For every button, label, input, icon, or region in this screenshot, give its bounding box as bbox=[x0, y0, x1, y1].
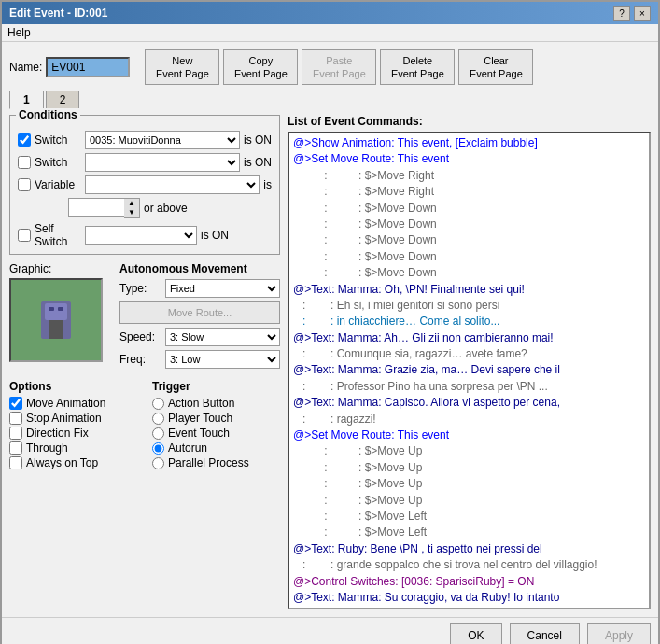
variable-checkbox[interactable] bbox=[18, 178, 31, 191]
switch2-checkbox[interactable] bbox=[18, 156, 31, 169]
apply-button[interactable]: Apply bbox=[587, 623, 651, 644]
direction-fix-checkbox[interactable] bbox=[9, 427, 22, 440]
option-move-animation: Move Animation bbox=[9, 397, 137, 410]
graphic-section: Graphic: Autonomous Movement bbox=[9, 262, 280, 372]
self-switch-checkbox[interactable] bbox=[18, 229, 31, 242]
event-touch-label: Event Touch bbox=[168, 427, 230, 440]
help-button[interactable]: ? bbox=[613, 6, 630, 21]
toolbar-buttons: NewEvent Page CopyEvent Page PasteEvent … bbox=[145, 49, 533, 85]
main-content: Name: NewEvent Page CopyEvent Page Paste… bbox=[2, 42, 658, 617]
delete-event-page-button[interactable]: DeleteEvent Page bbox=[380, 49, 455, 85]
ok-button[interactable]: OK bbox=[450, 623, 501, 644]
switch1-select[interactable]: 0035: MuovitiDonna bbox=[85, 131, 240, 149]
spin-down-button[interactable]: ▼ bbox=[124, 208, 139, 217]
spin-up-button[interactable]: ▲ bbox=[124, 199, 139, 208]
title-bar: Edit Event - ID:001 ? × bbox=[2, 2, 658, 24]
value-input[interactable] bbox=[68, 198, 124, 217]
list-item: : : $>Move Up bbox=[291, 476, 647, 492]
type-select[interactable]: Fixed bbox=[165, 279, 280, 298]
list-item: : : Professor Pino ha una sorpresa per \… bbox=[291, 379, 647, 395]
condition-row-3: Variable is bbox=[18, 175, 272, 194]
list-item: @>Control Switches: [0036: SparisciRuby]… bbox=[291, 574, 647, 590]
type-label: Type: bbox=[119, 282, 161, 295]
self-switch-select[interactable] bbox=[85, 226, 197, 245]
list-item: : : $>Move Down bbox=[291, 217, 647, 232]
autorun-radio[interactable] bbox=[152, 442, 164, 455]
switch2-is-on: is ON bbox=[244, 156, 272, 169]
self-switch-label: SelfSwitch bbox=[35, 222, 81, 248]
condition-row-4: SelfSwitch is ON bbox=[18, 222, 272, 248]
window-title: Edit Event - ID:001 bbox=[9, 7, 107, 20]
switch1-checkbox[interactable] bbox=[18, 133, 31, 147]
tab-2[interactable]: 2 bbox=[46, 91, 80, 109]
list-item: : : $>Move Down bbox=[291, 249, 647, 265]
trigger-player-touch: Player Touch bbox=[152, 412, 280, 425]
left-panel: Conditions Switch 0035: MuovitiDonna is … bbox=[9, 115, 280, 609]
switch2-select[interactable] bbox=[85, 153, 240, 172]
move-animation-checkbox[interactable] bbox=[9, 397, 22, 410]
list-item: @>Text: Ruby: Bene \PN , ti aspetto nei … bbox=[291, 541, 647, 557]
right-panel: List of Event Commands: @>Show Animation… bbox=[288, 115, 651, 609]
action-button-radio[interactable] bbox=[152, 398, 164, 410]
new-event-page-button[interactable]: NewEvent Page bbox=[145, 49, 219, 85]
action-button-label: Action Button bbox=[168, 397, 234, 410]
variable-select[interactable] bbox=[85, 175, 260, 194]
title-bar-buttons: ? × bbox=[613, 6, 651, 21]
cancel-button[interactable]: Cancel bbox=[510, 623, 580, 644]
trigger-group: Trigger Action Button Player Touch Event… bbox=[152, 380, 280, 471]
list-item: : : ragazzi! bbox=[291, 412, 647, 427]
freq-select[interactable]: 3: Low bbox=[165, 350, 280, 369]
event-touch-radio[interactable] bbox=[152, 427, 164, 440]
close-button[interactable]: × bbox=[634, 6, 651, 21]
variable-is: is bbox=[263, 178, 272, 191]
player-touch-radio[interactable] bbox=[152, 413, 164, 425]
or-above-label: or above bbox=[144, 202, 188, 215]
list-item: @>Text: Mamma: Ah… Gli zii non cambieran… bbox=[291, 330, 647, 346]
menu-bar: Help bbox=[2, 24, 658, 42]
condition-row-1: Switch 0035: MuovitiDonna is ON bbox=[18, 131, 272, 149]
copy-event-page-button[interactable]: CopyEvent Page bbox=[223, 49, 298, 85]
always-on-top-checkbox[interactable] bbox=[9, 456, 22, 469]
move-route-button[interactable]: Move Route... bbox=[119, 301, 280, 324]
name-input[interactable] bbox=[46, 57, 130, 77]
event-commands-box: List of Event Commands: @>Show Animation… bbox=[288, 115, 651, 609]
graphic-preview[interactable] bbox=[9, 278, 103, 362]
sprite-display bbox=[41, 301, 71, 339]
spinner-buttons: ▲ ▼ bbox=[124, 198, 140, 218]
stop-animation-label: Stop Animation bbox=[26, 412, 102, 425]
list-item: @>Text: Mamma: Oh, \PN! Finalmente sei q… bbox=[291, 282, 647, 298]
conditions-grid: Switch 0035: MuovitiDonna is ON Switch bbox=[18, 131, 272, 248]
parallel-process-label: Parallel Process bbox=[168, 456, 249, 469]
freq-label: Freq: bbox=[119, 353, 161, 366]
option-stop-animation: Stop Animation bbox=[9, 412, 137, 425]
middle-section: Conditions Switch 0035: MuovitiDonna is … bbox=[9, 115, 651, 609]
condition-row-2: Switch is ON bbox=[18, 153, 272, 172]
list-item: @>Show Animation: This event, [Exclaim b… bbox=[291, 135, 647, 151]
list-item: : : $>Move Down bbox=[291, 265, 647, 281]
autonomous-movement-group: Autonomous Movement Type: Fixed Move Rou… bbox=[119, 262, 280, 372]
list-item: @>Set Move Route: This event bbox=[291, 151, 647, 167]
event-command-list[interactable]: @>Show Animation: This event, [Exclaim b… bbox=[288, 132, 651, 609]
or-above-row: ▲ ▼ or above bbox=[68, 198, 272, 218]
list-item: : : $>Move Left bbox=[291, 509, 647, 525]
trigger-action-button: Action Button bbox=[152, 397, 280, 410]
event-commands-label: List of Event Commands: bbox=[288, 115, 651, 128]
freq-row: Freq: 3: Low bbox=[119, 350, 280, 369]
trigger-parallel-process: Parallel Process bbox=[152, 456, 280, 469]
speed-select[interactable]: 3: Slow bbox=[165, 328, 280, 346]
self-switch-is-on: is ON bbox=[201, 229, 229, 242]
tab-1[interactable]: 1 bbox=[9, 91, 44, 109]
trigger-event-touch: Event Touch bbox=[152, 427, 280, 440]
edit-event-window: Edit Event - ID:001 ? × Help Name: NewEv… bbox=[0, 0, 660, 644]
trigger-label: Trigger bbox=[152, 380, 280, 393]
through-checkbox[interactable] bbox=[9, 441, 22, 455]
paste-event-page-button[interactable]: PasteEvent Page bbox=[302, 49, 376, 85]
switch1-is-on: is ON bbox=[244, 133, 272, 147]
clear-event-page-button[interactable]: ClearEvent Page bbox=[458, 49, 533, 85]
help-menu[interactable]: Help bbox=[7, 26, 31, 39]
list-item: : : $>Move Right bbox=[291, 168, 647, 184]
speed-label: Speed: bbox=[119, 330, 161, 343]
name-label: Name: bbox=[9, 61, 42, 74]
parallel-process-radio[interactable] bbox=[152, 457, 164, 469]
stop-animation-checkbox[interactable] bbox=[9, 412, 22, 425]
